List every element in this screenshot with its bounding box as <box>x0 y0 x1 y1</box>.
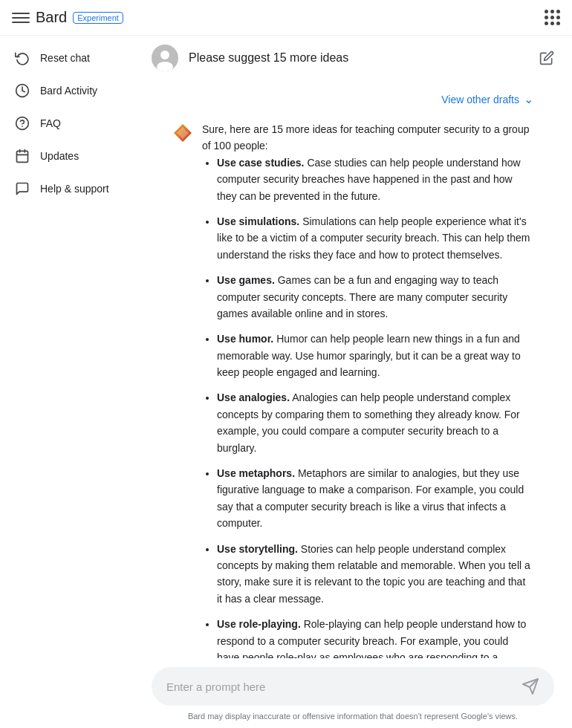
app-title: Bard <box>36 9 67 26</box>
drafts-bar: View other drafts ⌄ <box>172 92 533 112</box>
list-item: Use case studies. Case studies can help … <box>217 155 533 204</box>
list-item: Use metaphors. Metaphors are similar to … <box>217 465 533 532</box>
sidebar: Reset chat Bard Activity FAQ <box>0 36 134 728</box>
sidebar-item-label: Bard Activity <box>40 85 97 97</box>
input-bar <box>152 667 554 706</box>
faq-icon <box>15 116 30 131</box>
sidebar-item-label: Reset chat <box>40 52 90 64</box>
activity-icon <box>15 83 30 98</box>
response-card: View other drafts ⌄ <box>157 80 548 658</box>
updates-icon <box>15 149 30 163</box>
disclaimer-text: Bard may display inaccurate or offensive… <box>152 706 554 725</box>
sidebar-item-updates[interactable]: Updates <box>0 140 125 172</box>
sidebar-item-faq[interactable]: FAQ <box>0 107 125 140</box>
user-message-bar: Please suggest 15 more ideas <box>134 36 572 80</box>
list-item: Use humor. Humor can help people learn n… <box>217 331 533 380</box>
user-message-text: Please suggest 15 more ideas <box>189 51 348 65</box>
content-area: Please suggest 15 more ideas View other … <box>134 36 572 728</box>
input-bar-container: Bard may display inaccurate or offensive… <box>134 658 572 728</box>
sidebar-item-label: FAQ <box>40 117 61 129</box>
help-icon <box>15 181 30 196</box>
sidebar-item-label: Help & support <box>40 183 109 195</box>
prompt-input[interactable] <box>166 680 513 693</box>
hamburger-menu-button[interactable] <box>12 9 30 27</box>
svg-rect-3 <box>17 151 28 162</box>
edit-button[interactable] <box>539 51 554 65</box>
bard-response-header: Sure, here are 15 more ideas for teachin… <box>172 121 533 658</box>
bard-logo-icon <box>172 123 193 143</box>
google-apps-button[interactable] <box>545 10 560 25</box>
list-item: Use role-playing. Role-playing can help … <box>217 616 533 658</box>
reset-icon <box>15 51 30 65</box>
sidebar-item-help-support[interactable]: Help & support <box>0 172 125 205</box>
sidebar-item-bard-activity[interactable]: Bard Activity <box>0 74 125 107</box>
response-intro: Sure, here are 15 more ideas for teachin… <box>202 121 533 155</box>
view-other-drafts-button[interactable]: View other drafts <box>441 94 519 105</box>
list-item: Use games. Games can be a fun and engagi… <box>217 272 533 322</box>
top-bar-left: Bard Experiment <box>12 9 123 27</box>
sidebar-item-label: Updates <box>40 150 79 162</box>
list-item: Use simulations. Simulations can help pe… <box>217 213 533 263</box>
response-body: Sure, here are 15 more ideas for teachin… <box>202 121 533 658</box>
response-list: Use case studies. Case studies can help … <box>202 155 533 658</box>
chevron-down-icon[interactable]: ⌄ <box>524 92 533 106</box>
top-bar: Bard Experiment <box>0 0 572 36</box>
list-item: Use analogies. Analogies can help people… <box>217 389 533 456</box>
response-container: View other drafts ⌄ <box>140 80 566 658</box>
svg-point-8 <box>160 51 169 59</box>
experiment-badge: Experiment <box>73 12 123 24</box>
sidebar-item-reset-chat[interactable]: Reset chat <box>0 42 125 74</box>
user-message-left: Please suggest 15 more ideas <box>152 45 348 71</box>
main-layout: Reset chat Bard Activity FAQ <box>0 36 572 728</box>
list-item: Use storytelling. Stories can help peopl… <box>217 541 533 608</box>
send-button[interactable] <box>521 677 539 695</box>
avatar <box>152 45 178 71</box>
